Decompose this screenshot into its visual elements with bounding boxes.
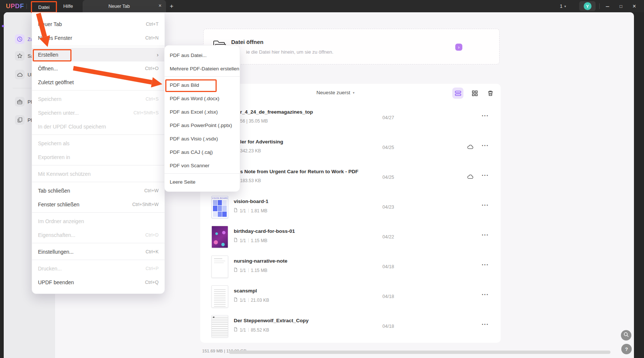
menu-item-pdf-aus-excel-xlsx[interactable]: PDF aus Excel (.xlsx) xyxy=(165,105,240,118)
row-more-button[interactable]: ··· xyxy=(482,232,489,238)
file-date: 04/27 xyxy=(370,115,407,120)
tab-close-icon[interactable]: × xyxy=(159,3,162,9)
search-icon xyxy=(624,332,629,339)
meta-divider xyxy=(248,298,249,302)
menu-item-fenster-schließen[interactable]: Fenster schließenCtrl+Shift+W xyxy=(32,197,165,211)
chevron-down-icon: ▾ xyxy=(353,91,355,95)
account-button[interactable]: Y xyxy=(579,1,596,11)
pages-icon xyxy=(15,115,25,125)
row-more-button[interactable]: ··· xyxy=(482,321,489,328)
row-more-button[interactable]: ··· xyxy=(482,172,489,179)
menu-item-leere-seite[interactable]: Leere Seite xyxy=(165,175,240,188)
file-row-birthday-card-for-boss-01[interactable]: birthday-card-for-boss-011/11.15 MB04/22… xyxy=(200,222,501,251)
avatar: Y xyxy=(584,2,592,10)
menu-item-updf-beenden[interactable]: UPDF beendenCtrl+Q xyxy=(32,275,165,289)
file-name: s Note from Urgent Care for Return to Wo… xyxy=(240,169,358,174)
menu-separator xyxy=(32,260,165,260)
menu-item-pdf-von-scanner[interactable]: PDF von Scanner xyxy=(165,159,240,172)
menu-item-mehrere-pdf-dateien-erstellen[interactable]: Mehrere PDF-Dateien erstellen xyxy=(165,62,240,75)
chevron-right-icon: › xyxy=(157,79,159,85)
menu-item-speichern-als: Speichern als xyxy=(32,136,165,150)
menu-item-label: Erstellen xyxy=(38,52,152,58)
menu-datei-button[interactable]: Datei xyxy=(31,1,57,13)
menu-item-tab-schließen[interactable]: Tab schließenCtrl+W xyxy=(32,184,165,197)
menu-item-pdf-aus-caj-caj[interactable]: PDF aus CAJ (.caj) xyxy=(165,145,240,159)
file-row-der-steppenwolf-extract-copy[interactable]: Der Steppenwolf_Extract_Copy1/185.52 KB0… xyxy=(200,311,501,341)
menu-item-pdf-aus-word-docx[interactable]: PDF aus Word (.docx) xyxy=(165,92,240,105)
menu-item-mit-kennwort-schützen: Mit Kennwort schützen xyxy=(32,167,165,181)
file-pages: 1/1 xyxy=(240,298,246,303)
open-file-dropzone[interactable]: Datei öffnen ie die Datei hier hinein, u… xyxy=(203,29,500,64)
sort-dropdown[interactable]: Neueste zuerst ▾ xyxy=(316,90,354,95)
minimize-button[interactable]: – xyxy=(603,0,612,12)
file-row-ler-for-advertising[interactable]: ler for Advertising342.23 KB04/25··· xyxy=(200,132,501,162)
close-button[interactable]: × xyxy=(630,0,639,12)
help-button[interactable]: ? xyxy=(621,344,632,354)
menu-datei-label: Datei xyxy=(38,4,50,10)
file-row-s-note-from-urgent-care-for-return-to-wo[interactable]: s Note from Urgent Care for Return to Wo… xyxy=(200,162,501,192)
title-bar: UPDF Datei Hilfe Neuer Tab × + 1 ▾ Y – □… xyxy=(0,0,644,12)
file-meta-fragment: 56 | 35.05 MB xyxy=(240,118,268,124)
file-size: 1.15 MB xyxy=(251,268,268,273)
open-card-action-button[interactable]: › xyxy=(455,44,462,51)
menu-item-label: In der UPDF Cloud speichern xyxy=(38,124,159,130)
menu-item-label: Neuer Tab xyxy=(38,21,141,27)
tab-neuer-tab[interactable]: Neuer Tab × xyxy=(83,0,166,12)
file-row-r-4-24-de-freemagazines-top[interactable]: r_4_24_de_freemagazines_top56 | 35.05 MB… xyxy=(200,102,501,132)
file-meta: 342.23 KB xyxy=(240,148,261,153)
file-row-nursing-narrative-note[interactable]: nursing-narrative-note1/11.15 MB04/18··· xyxy=(200,251,501,281)
menu-item-label: PDF aus CAJ (.caj) xyxy=(170,149,235,155)
updf-window: ZuleSamUPDPDFPDF UPDF Datei Hilfe Neuer … xyxy=(0,0,644,358)
file-thumbnail xyxy=(211,315,228,338)
cloud-upload-icon[interactable] xyxy=(467,144,474,151)
maximize-button[interactable]: □ xyxy=(616,0,625,12)
row-more-button[interactable]: ··· xyxy=(482,202,489,209)
horizontal-scrollbar[interactable] xyxy=(229,351,610,354)
cloud-upload-icon[interactable] xyxy=(467,174,474,181)
zoom-dropdown[interactable]: 1 ▾ xyxy=(560,0,566,12)
row-more-button[interactable]: ··· xyxy=(482,113,489,119)
menu-item-neuer-tab[interactable]: Neuer TabCtrl+T xyxy=(32,17,165,31)
menu-item-shortcut: Ctrl+W xyxy=(144,188,159,193)
recent-files-panel: Neueste zuerst ▾ r_4_24_de_freemagazines… xyxy=(200,84,501,343)
question-mark-icon: ? xyxy=(625,346,628,352)
page-icon xyxy=(234,297,237,303)
menu-item-pdf-aus-bild[interactable]: PDF aus Bild xyxy=(165,78,240,92)
menu-item-speichern-unter: Speichern unter...Ctrl+Shift+S xyxy=(32,106,165,120)
menu-item-öffnen[interactable]: Öffnen...Ctrl+O xyxy=(32,61,165,75)
menu-item-neues-fenster[interactable]: Neues FensterCtrl+N xyxy=(32,31,165,45)
trash-icon-button[interactable] xyxy=(485,88,496,99)
menu-separator xyxy=(32,134,165,135)
menu-item-shortcut: Ctrl+T xyxy=(146,22,159,27)
file-date: 04/22 xyxy=(370,234,407,240)
menu-item-einstellungen[interactable]: Einstellungen...Ctrl+K xyxy=(32,245,165,259)
menu-item-label: Exportieren in xyxy=(38,154,159,160)
file-size: 85.52 KB xyxy=(251,327,269,333)
updf-logo: UPDF xyxy=(6,3,24,10)
row-more-button[interactable]: ··· xyxy=(482,142,489,149)
menu-hilfe-label: Hilfe xyxy=(63,3,73,9)
search-button[interactable] xyxy=(621,330,631,340)
menu-item-pdf-aus-datei[interactable]: PDF aus Datei... xyxy=(165,48,240,62)
menu-item-pdf-aus-powerpoint-pptx[interactable]: PDF aus PowerPoint (.pptx) xyxy=(165,118,240,132)
menu-item-zuletzt-geöffnet[interactable]: Zuletzt geöffnet› xyxy=(32,75,165,89)
file-date: 04/25 xyxy=(370,175,407,180)
menu-item-erstellen[interactable]: Erstellen› xyxy=(32,48,165,61)
meta-divider xyxy=(248,328,249,332)
zoom-value: 1 xyxy=(560,4,562,9)
file-thumbnail xyxy=(211,285,228,308)
menu-item-label: UPDF beenden xyxy=(38,279,141,285)
new-tab-button[interactable]: + xyxy=(170,0,173,12)
menu-item-shortcut: Ctrl+Shift+W xyxy=(132,202,159,207)
file-name: nursing-narrative-note xyxy=(234,258,287,264)
menu-item-shortcut: Ctrl+K xyxy=(146,249,159,254)
file-row-scansmpl[interactable]: scansmpl1/121.03 KB04/18··· xyxy=(200,281,501,311)
row-more-button[interactable]: ··· xyxy=(482,291,489,298)
row-more-button[interactable]: ··· xyxy=(482,262,489,268)
grid-view-button[interactable] xyxy=(469,88,480,99)
file-row-vision-board-1[interactable]: VISION BOARDvision-board-11/11.81 MB04/2… xyxy=(200,192,501,222)
menu-hilfe-button[interactable]: Hilfe xyxy=(60,0,77,12)
menu-item-pdf-aus-visio-vsdx[interactable]: PDF aus Visio (.vsdx) xyxy=(165,132,240,145)
list-view-button[interactable] xyxy=(452,88,463,99)
menu-item-label: PDF von Scanner xyxy=(170,163,235,168)
